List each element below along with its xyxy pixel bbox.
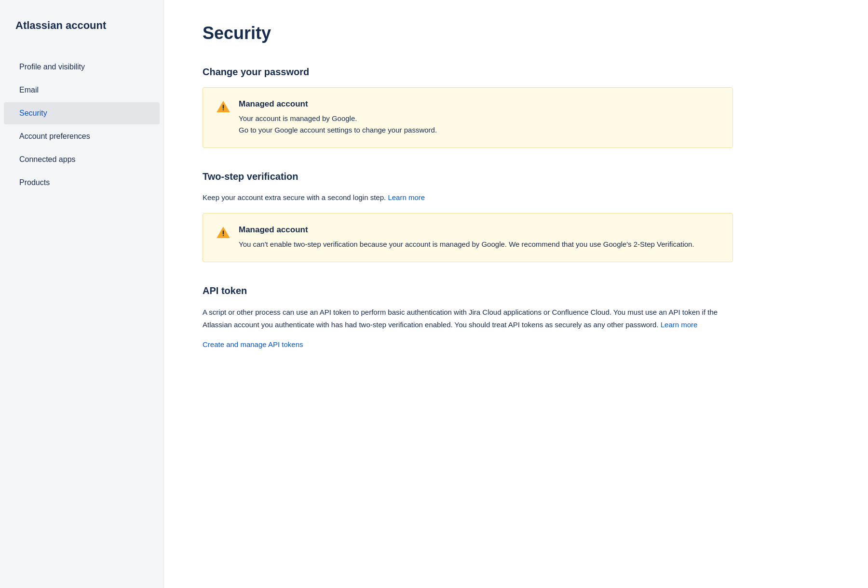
change-password-title: Change your password: [203, 67, 829, 78]
main-content: Security Change your password Managed ac…: [164, 0, 868, 588]
two-step-section: Two-step verification Keep your account …: [203, 171, 829, 262]
api-token-description: A script or other process can use an API…: [203, 306, 733, 331]
svg-point-1: [223, 235, 224, 236]
two-step-warning-title: Managed account: [239, 225, 694, 235]
sidebar-item-account-preferences[interactable]: Account preferences: [4, 125, 160, 147]
sidebar-item-email[interactable]: Email: [4, 79, 160, 101]
api-token-title: API token: [203, 285, 829, 296]
change-password-warning-content: Managed account Your account is managed …: [239, 99, 437, 136]
change-password-warning-title: Managed account: [239, 99, 437, 109]
two-step-learn-more-link[interactable]: Learn more: [388, 193, 425, 201]
api-token-learn-more-link[interactable]: Learn more: [661, 321, 698, 329]
two-step-description: Keep your account extra secure with a se…: [203, 192, 733, 203]
sidebar-item-products[interactable]: Products: [4, 172, 160, 194]
sidebar-item-security[interactable]: Security: [4, 102, 160, 124]
create-api-token-link[interactable]: Create and manage API tokens: [203, 340, 303, 348]
sidebar-item-profile[interactable]: Profile and visibility: [4, 56, 160, 78]
sidebar-nav: Profile and visibility Email Security Ac…: [0, 56, 163, 194]
sidebar-item-connected-apps[interactable]: Connected apps: [4, 148, 160, 171]
sidebar-title: Atlassian account: [0, 19, 163, 55]
two-step-warning-text: You can't enable two-step verification b…: [239, 239, 694, 250]
page-title: Security: [203, 23, 829, 43]
change-password-warning-text: Your account is managed by Google. Go to…: [239, 113, 437, 136]
two-step-title: Two-step verification: [203, 171, 829, 182]
warning-icon: [217, 100, 230, 116]
api-token-section: API token A script or other process can …: [203, 285, 829, 349]
two-step-warning-box: Managed account You can't enable two-ste…: [203, 213, 733, 262]
two-step-warning-content: Managed account You can't enable two-ste…: [239, 225, 694, 250]
change-password-section: Change your password Managed account You…: [203, 67, 829, 148]
svg-point-0: [223, 109, 224, 110]
two-step-warning-icon: [217, 226, 230, 241]
sidebar: Atlassian account Profile and visibility…: [0, 0, 164, 588]
change-password-warning-box: Managed account Your account is managed …: [203, 87, 733, 148]
